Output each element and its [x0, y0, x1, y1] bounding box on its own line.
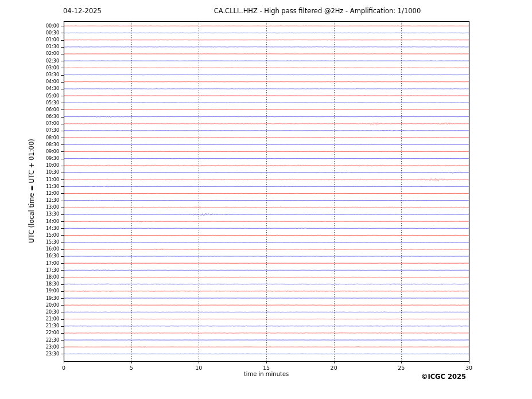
y-tick-label: 02:00: [0, 51, 59, 56]
y-tick-label: 08:30: [0, 142, 59, 147]
y-tick-label: 18:30: [0, 281, 59, 287]
y-tick-label: 01:30: [0, 44, 59, 49]
y-tick-label: 15:00: [0, 233, 59, 238]
y-tick-label: 13:00: [0, 205, 59, 210]
y-tick-label: 12:00: [0, 191, 59, 196]
y-tick-label: 01:00: [0, 37, 59, 42]
y-tick-label: 22:00: [0, 330, 59, 335]
y-tick-label: 07:00: [0, 121, 59, 126]
y-tick-label: 15:30: [0, 240, 59, 245]
x-tick-label: 10: [195, 365, 202, 371]
y-tick-label: 22:30: [0, 338, 59, 343]
record-date: 04-12-2025: [63, 7, 102, 15]
y-tick-label: 03:00: [0, 65, 59, 71]
x-tick-label: 25: [398, 365, 405, 371]
y-tick-label: 04:30: [0, 86, 59, 91]
x-tick-label: 5: [130, 365, 133, 371]
y-tick-label: 20:30: [0, 310, 59, 315]
y-tick-label: 18:00: [0, 275, 59, 280]
y-tick-label: 23:30: [0, 351, 59, 357]
helicorder-figure: 04-12-2025 CA.CLLI..HHZ - High pass filt…: [0, 0, 532, 399]
y-tick-label: 03:30: [0, 72, 59, 77]
y-tick-label: 14:30: [0, 226, 59, 231]
y-tick-label: 16:30: [0, 253, 59, 259]
x-tick-label: 20: [331, 365, 337, 371]
y-tick-label: 00:00: [0, 24, 59, 29]
plot-title: CA.CLLI..HHZ - High pass filtered @2Hz -…: [214, 7, 421, 15]
y-tick-label: 17:30: [0, 268, 59, 273]
helicorder-plot-canvas: [0, 0, 532, 399]
y-tick-label: 11:30: [0, 184, 59, 189]
y-tick-label: 09:30: [0, 156, 59, 161]
y-tick-label: 20:00: [0, 303, 59, 308]
y-tick-label: 04:00: [0, 79, 59, 84]
y-tick-label: 10:30: [0, 170, 59, 175]
y-tick-label: 10:00: [0, 163, 59, 168]
x-tick-label: 0: [62, 365, 65, 371]
y-tick-label: 21:00: [0, 316, 59, 322]
x-tick-label: 15: [263, 365, 270, 371]
y-tick-label: 23:00: [0, 345, 59, 350]
y-tick-label: 21:30: [0, 323, 59, 328]
y-tick-label: 16:00: [0, 247, 59, 252]
y-tick-label: 13:30: [0, 212, 59, 217]
y-tick-label: 17:00: [0, 261, 59, 266]
y-tick-label: 00:30: [0, 30, 59, 36]
y-tick-label: 05:00: [0, 93, 59, 99]
y-tick-label: 07:30: [0, 128, 59, 133]
x-tick-label: 30: [465, 365, 472, 371]
y-tick-label: 06:30: [0, 114, 59, 119]
y-tick-label: 02:30: [0, 58, 59, 64]
y-tick-label: 08:00: [0, 135, 59, 140]
y-tick-label: 12:30: [0, 198, 59, 203]
x-axis-label: time in minutes: [244, 371, 289, 377]
y-tick-label: 19:30: [0, 296, 59, 301]
y-tick-label: 11:00: [0, 177, 59, 182]
y-tick-label: 05:30: [0, 100, 59, 105]
copyright-text: ©ICGC 2025: [421, 373, 466, 381]
y-tick-label: 14:00: [0, 219, 59, 224]
y-tick-label: 09:00: [0, 149, 59, 154]
y-tick-label: 19:00: [0, 288, 59, 294]
y-tick-label: 06:00: [0, 107, 59, 112]
